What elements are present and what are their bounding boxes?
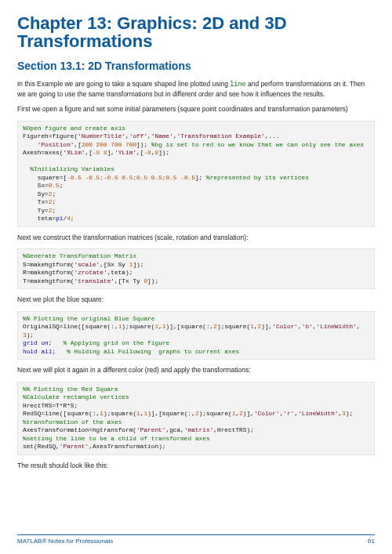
code-string: 'LineWidth' (298, 411, 338, 417)
code-text: );square( (103, 411, 136, 417)
code-string: 'scale' (74, 262, 100, 268)
code-text: ]; (195, 175, 206, 181)
footer-page-number: 61 (368, 538, 375, 545)
code-text: Sy= (23, 191, 49, 197)
code-text: ,HrectTRS); (213, 427, 253, 433)
code-block-4: %% Plotting the Red Square %Calculate re… (17, 382, 375, 455)
code-text: T=makehgtform( (23, 278, 74, 284)
code-text: ], (107, 150, 114, 156)
code-keyword: hold all (23, 349, 52, 355)
code-text: ; (49, 340, 64, 346)
code-string: 'Transformation Example' (177, 133, 265, 139)
code-comment: %Open figure and create axis (23, 125, 125, 132)
code-string: 'Name' (151, 133, 173, 139)
code-string: 'Parent' (60, 444, 89, 450)
code-text: AxesTransformation=hgtransform( (23, 427, 136, 433)
code-text: ); (27, 332, 34, 339)
section-title: Section 13.1: 2D Transformations (17, 60, 375, 72)
code-text: )], (261, 324, 272, 330)
code-string: 'Color' (272, 324, 298, 330)
code-string: 'LineWidth' (316, 324, 356, 330)
code-text: ; (52, 208, 56, 214)
code-text: S=makehgtform( (23, 262, 74, 268)
code-comment: %Generate Transformation Matrix (23, 253, 136, 259)
code-text: Sx= (23, 183, 49, 189)
code-text: ,[Tx Ty (114, 278, 143, 284)
code-block-3: %% Plotting the original Blue Square Ori… (17, 311, 375, 360)
inline-code-line: line (230, 81, 245, 89)
code-text: , (357, 324, 361, 330)
code-block-1: %Open figure and create axis Figureh=fig… (17, 121, 375, 227)
code-comment: %% Plotting the original Blue Square (23, 316, 154, 322)
code-string: 'NumberTitle' (78, 133, 125, 139)
code-text: ,teta); (107, 270, 133, 276)
code-text: ,[ (74, 142, 82, 148)
code-keyword: grid on (23, 340, 49, 346)
code-text: )], (243, 411, 254, 417)
code-text: ,... (265, 133, 280, 139)
code-text: RedSQ=line([square(:, (23, 411, 100, 417)
code-string: 'translate' (74, 278, 114, 284)
code-text: ; (52, 191, 56, 197)
paragraph-plot-blue: Next we plot the blue square: (17, 295, 375, 304)
code-text: )],[square(:, (147, 411, 195, 417)
code-text: ,AxesTransformation); (89, 444, 165, 450)
intro-paragraph-2: First we open a figure and set some init… (17, 105, 375, 114)
code-comment: %Calculate rectangle vertices (23, 394, 129, 400)
code-text: ]); (147, 278, 158, 284)
code-text: square=[ (23, 175, 67, 181)
code-text: HrectTRS=T*R*S; (23, 403, 78, 409)
code-text: ]); (136, 142, 151, 148)
code-text: ]); (158, 150, 169, 156)
code-string: 'b' (302, 324, 313, 330)
code-number: -8 8 (93, 150, 107, 156)
code-text: ; (71, 215, 74, 222)
code-string: 'YLim' (114, 150, 136, 156)
code-text: Axesh=axes( (23, 150, 63, 156)
intro-paragraph-1: In this Example we are going to take a s… (17, 80, 375, 99)
paragraph-result: The result should look like this: (17, 462, 375, 470)
code-block-2: %Generate Transformation Matrix S=makehg… (17, 248, 375, 289)
code-comment: % Holding all Following graphs to curren… (67, 349, 239, 355)
code-string: 'XLim' (63, 150, 85, 156)
code-string: 'r' (283, 411, 294, 417)
code-text: ; (60, 183, 64, 189)
text: In this Example we are going to take a s… (17, 80, 230, 88)
code-string: 'zrotate' (74, 270, 107, 276)
code-text: teta= (23, 215, 56, 222)
chapter-title: Chapter 13: Graphics: 2D and 3D Transfor… (17, 14, 375, 50)
code-comment: %Initializing Variables (23, 166, 114, 172)
code-number: -8 (143, 150, 151, 156)
code-comment: % Applying grid on the figure (63, 340, 169, 346)
code-number: 0.5 (49, 183, 60, 189)
code-string: 'Parent' (136, 427, 165, 433)
code-text: Figureh=figure( (23, 133, 78, 139)
code-number: 200 200 700 700 (82, 142, 136, 148)
code-string: 'Position' (38, 142, 74, 148)
code-text: );square( (199, 411, 232, 417)
code-string: 'matrix' (184, 427, 213, 433)
code-comment: %setting the line to be a child of trans… (23, 436, 210, 442)
code-text: set(RedSQ, (23, 444, 60, 450)
code-text: Ty= (23, 208, 49, 214)
code-text: OriginalSQ=line([square(:, (23, 324, 118, 330)
paragraph-plot-red: Next we will plot it again in a differen… (17, 366, 375, 375)
code-text (23, 142, 38, 148)
code-text: ; (52, 199, 56, 205)
page-footer: MATLAB® Notes for Professionals 61 (17, 534, 375, 545)
code-number: -0.5 -0.5;-0.5 0.5;0.5 0.5;0.5 -0.5 (67, 175, 195, 181)
code-string: 'Color' (254, 411, 280, 417)
code-comment: %% Plotting the Red Square (23, 386, 118, 393)
footer-left: MATLAB® Notes for Professionals (17, 538, 113, 545)
code-comment: %bg is set to red so we know that we can… (151, 142, 364, 148)
code-comment: %represented by its vertices (206, 175, 309, 181)
code-text: ]); (132, 262, 143, 268)
code-text: );square( (122, 324, 154, 330)
code-text: ); (346, 411, 353, 417)
code-text: R=makehgtform( (23, 270, 74, 276)
code-string: 'off' (129, 133, 147, 139)
code-text: ; (52, 349, 67, 355)
paragraph-construct: Next we construct the transformation mat… (17, 234, 375, 242)
code-text: )],[square(:, (166, 324, 214, 330)
code-text: ,gca, (165, 427, 183, 433)
